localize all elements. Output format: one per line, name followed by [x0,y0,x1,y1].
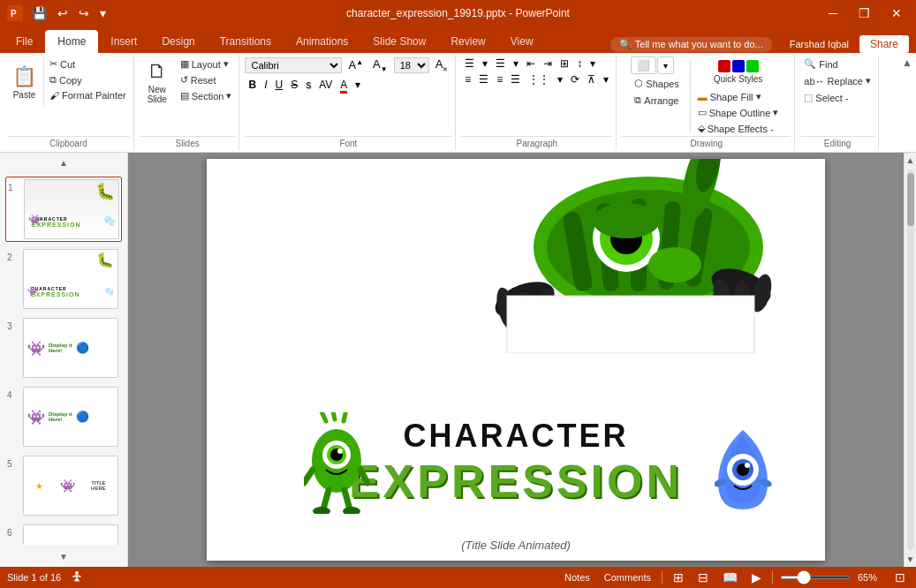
shape-outline-button[interactable]: ▭ Shape Outline ▾ [694,105,783,120]
replace-button[interactable]: ab↔ Replace ▾ [800,73,874,88]
slide-thumbnail-1[interactable]: 1 🐛 CHARACTER EXPRESSION 👾 🫧 [5,177,122,242]
scrollbar-thumb[interactable] [907,173,914,226]
reset-button[interactable]: ↺ Reset [177,72,236,87]
notes-button[interactable]: Notes [561,572,594,583]
scroll-down-button[interactable]: ▼ [906,552,915,567]
font-size-select[interactable]: 18 [394,57,429,73]
bullets-button[interactable]: ☰ [461,57,478,71]
tab-animations[interactable]: Animations [284,30,360,53]
font-selector-row: Calibri A▲ A▼ 18 A✕ [245,57,451,74]
comments-button[interactable]: Comments [601,572,655,583]
columns-button[interactable]: ⋮⋮ [525,72,553,87]
format-painter-button[interactable]: 🖌 Format Painter [46,88,130,102]
italic-button[interactable]: I [261,78,270,92]
align-text-dropdown[interactable]: ▾ [600,72,612,87]
numbering-button[interactable]: ☰ [492,57,509,71]
justify-button[interactable]: ☰ [507,72,524,87]
font-color-dropdown[interactable]: ▾ [352,78,364,92]
layout-button[interactable]: ▦ Layout ▾ [177,57,236,72]
cut-button[interactable]: ✂ Cut [46,57,130,72]
scroll-up-button[interactable]: ▲ [906,153,915,168]
line-spacing-button[interactable]: ↕ [573,57,586,71]
columns-dropdown[interactable]: ▾ [554,72,566,87]
slide-sorter-button[interactable]: ⊟ [694,570,712,584]
undo-button[interactable]: ↩ [54,4,72,22]
minimize-button[interactable]: ─ [821,4,844,22]
copy-button[interactable]: ⧉ Copy [46,72,130,87]
tab-insert[interactable]: Insert [98,30,149,53]
slide-thumbnail-3[interactable]: 3 👾 Display itHere! 🔵 [5,316,122,380]
tab-slide-show[interactable]: Slide Show [360,30,438,53]
slide-main-subtitle: EXPRESSION [349,455,683,508]
clear-format-button[interactable]: A✕ [432,57,452,74]
align-text-button[interactable]: ⊼ [584,72,599,87]
tab-design[interactable]: Design [149,30,207,53]
slide-thumbnail-4[interactable]: 4 👾 Display itHere! 🔵 [5,385,122,449]
align-center-button[interactable]: ☰ [475,72,492,87]
zoom-slider[interactable] [780,576,851,579]
tab-review[interactable]: Review [438,30,497,53]
decrease-font-button[interactable]: A▼ [369,57,391,74]
slideshow-button[interactable]: ▶ [748,570,765,584]
accessibility-button[interactable] [66,569,87,585]
quick-styles-button[interactable]: Quick Styles [694,57,783,87]
slide-caption: (Title Slide Animated) [461,539,571,552]
align-left-button[interactable]: ≡ [461,72,474,87]
restore-button[interactable]: ❐ [852,4,877,22]
new-slide-button[interactable]: 🗋 NewSlide [140,57,175,108]
bold-button[interactable]: B [245,78,260,92]
underline-button[interactable]: U [271,78,286,92]
strikethrough-button[interactable]: S [287,78,301,92]
shape-fill-button[interactable]: ▬ Shape Fill ▾ [694,89,783,104]
bullets-dropdown[interactable]: ▾ [479,57,491,71]
slide-thumbnail-5[interactable]: 5 ★ 👾 TITLEHERE [5,454,122,517]
ribbon-group-paragraph: ☰ ▾ ☰ ▾ ⇤ ⇥ ⊞ ↕ ▾ ≡ ☰ ≡ ☰ ⋮⋮ ▾ ⟳ [458,55,617,150]
tab-view[interactable]: View [498,30,546,53]
tab-file[interactable]: File [4,30,45,53]
slide-img-2: 🐛 CHARACTER EXPRESSION 👾 🫧 [23,249,118,309]
tab-transitions[interactable]: Transitions [208,30,284,53]
arrange-button[interactable]: ⧉ Arrange [631,93,682,108]
close-button[interactable]: ✕ [884,4,909,22]
select-button[interactable]: ⬚ Select - [800,90,874,105]
tab-bar-right: 🔍 Tell me what you want to do... Farshad… [610,35,916,53]
normal-view-button[interactable]: ⊞ [670,570,687,584]
redo-button[interactable]: ↪ [75,4,93,22]
char-spacing-button[interactable]: AV [315,78,336,92]
shape-recent[interactable]: ⬜ [631,57,656,74]
align-right-button[interactable]: ≡ [493,72,506,87]
shape-effects-button[interactable]: ⬙ Shape Effects - [694,121,783,136]
reading-view-button[interactable]: 📖 [719,570,741,584]
ribbon-group-font: Calibri A▲ A▼ 18 A✕ B I U S s AV [241,55,456,150]
slide-thumbnail-2[interactable]: 2 🐛 CHARACTER EXPRESSION 👾 🫧 [5,247,122,311]
customize-qa-button[interactable]: ▾ [96,4,110,22]
slides-scroll-down-button[interactable]: ▼ [4,550,124,563]
find-button[interactable]: 🔍 Find [800,57,874,72]
shapes-button[interactable]: ⬡ Shapes [631,76,682,91]
font-color-button[interactable]: A [337,78,351,92]
tell-me-box[interactable]: 🔍 Tell me what you want to do... [610,37,772,52]
line-spacing-dropdown[interactable]: ▾ [587,57,599,71]
font-family-select[interactable]: Calibri [245,57,342,73]
section-button[interactable]: ▤ Section ▾ [177,88,236,103]
shadow-button[interactable]: s [302,78,314,92]
svg-line-36 [323,490,329,509]
share-button[interactable]: Share [859,35,909,53]
slides-scroll-up-button[interactable]: ▲ [4,156,124,170]
text-direction-button[interactable]: ⟳ [567,72,583,87]
user-profile[interactable]: Farshad Iqbal [783,37,856,51]
paste-button[interactable]: 📋 Paste [7,57,44,108]
indent-decrease-button[interactable]: ⇤ [523,57,539,71]
slide-panel: ▲ 1 🐛 CHARACTER EXPRESSION 👾 🫧 [0,153,128,567]
slide-canvas[interactable]: CHARACTER EXPRESSION [207,159,825,561]
smart-art-button[interactable]: ⊞ [556,57,572,71]
fit-slide-button[interactable]: ⊡ [891,570,909,584]
numbering-dropdown[interactable]: ▾ [510,57,522,71]
save-button[interactable]: 💾 [28,4,50,22]
increase-font-button[interactable]: A▲ [344,57,367,72]
tab-home[interactable]: Home [45,30,98,53]
shapes-dropdown[interactable]: ▾ [657,57,674,74]
collapse-ribbon-button[interactable]: ▲ [902,57,912,69]
indent-increase-button[interactable]: ⇥ [540,57,556,71]
slide-thumbnail-6[interactable]: 6 👾 HerTitle [5,523,122,545]
